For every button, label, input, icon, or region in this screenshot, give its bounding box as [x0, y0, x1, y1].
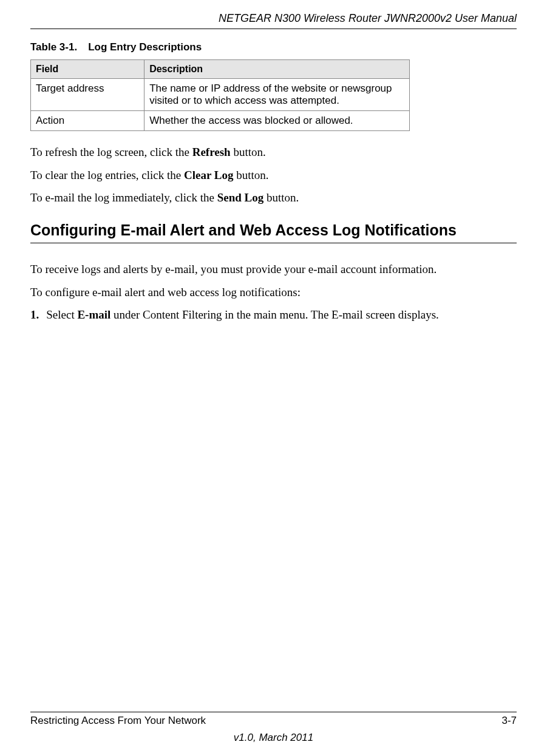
footer-version: v1.0, March 2011 — [30, 732, 517, 744]
document-header: NETGEAR N300 Wireless Router JWNR2000v2 … — [30, 12, 517, 29]
send-log-bold: Send Log — [217, 191, 264, 204]
refresh-paragraph: To refresh the log screen, click the Ref… — [30, 144, 517, 160]
table-cell-description: The name or IP address of the website or… — [144, 79, 410, 111]
table-cell-field: Target address — [31, 79, 144, 111]
document-footer: Restricting Access From Your Network 3-7… — [30, 712, 517, 744]
send-log-paragraph: To e-mail the log immediately, click the… — [30, 190, 517, 206]
table-caption-number: Table 3-1. — [30, 41, 77, 53]
table-cell-description: Whether the access was blocked or allowe… — [144, 111, 410, 131]
table-caption-title: Log Entry Descriptions — [88, 41, 202, 53]
step-bold: E-mail — [77, 308, 110, 321]
steps-list: 1.Select E-mail under Content Filtering … — [30, 307, 517, 323]
table-row: Target address The name or IP address of… — [31, 79, 410, 111]
footer-section: Restricting Access From Your Network — [30, 715, 206, 727]
table-header-description: Description — [144, 60, 410, 79]
step-number: 1. — [30, 308, 39, 321]
footer-page: 3-7 — [501, 715, 517, 727]
step-1: 1.Select E-mail under Content Filtering … — [30, 307, 517, 323]
table-caption: Table 3-1.Log Entry Descriptions — [30, 41, 517, 53]
table-header-field: Field — [31, 60, 144, 79]
table-row: Action Whether the access was blocked or… — [31, 111, 410, 131]
clear-log-paragraph: To clear the log entries, click the Clea… — [30, 167, 517, 183]
clear-log-bold: Clear Log — [184, 169, 233, 181]
table-header-row: Field Description — [31, 60, 410, 79]
section-heading: Configuring E-mail Alert and Web Access … — [30, 221, 517, 243]
intro-paragraph-1: To receive logs and alerts by e-mail, yo… — [30, 262, 517, 277]
intro-paragraph-2: To configure e-mail alert and web access… — [30, 285, 517, 300]
refresh-bold: Refresh — [192, 146, 231, 158]
log-entry-table: Field Description Target address The nam… — [30, 59, 410, 131]
table-cell-field: Action — [31, 111, 144, 131]
